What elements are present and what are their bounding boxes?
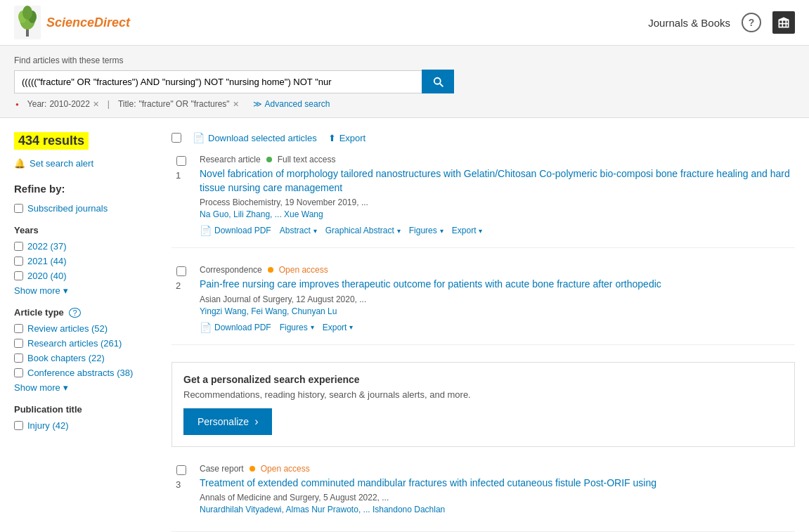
- article-3-checkbox[interactable]: [176, 465, 186, 475]
- article-1-journal: Process Biochemistry, 19 November 2019, …: [200, 197, 795, 207]
- article-2-access-text: Open access: [279, 265, 328, 275]
- article-1-meta: Research article Full text access: [200, 155, 795, 164]
- article-type-show-more-label: Show more: [14, 382, 60, 393]
- article-type-show-more[interactable]: Show more ▾: [14, 382, 155, 393]
- year-2022-item[interactable]: 2022 (37): [14, 241, 155, 252]
- help-icon[interactable]: ?: [742, 13, 761, 32]
- year-2020-label: 2020 (40): [27, 271, 67, 281]
- year-2021-item[interactable]: 2021 (44): [14, 256, 155, 266]
- article-1-abstract-button[interactable]: Abstract ▾: [280, 226, 317, 235]
- select-all-checkbox[interactable]: [171, 133, 181, 143]
- article-2-content: Correspondence Open access Pain-free nur…: [200, 265, 795, 333]
- years-show-more[interactable]: Show more ▾: [14, 285, 155, 296]
- article-2-pdf-button[interactable]: 📄 Download PDF: [200, 322, 271, 333]
- subscribed-journals-check[interactable]: [14, 204, 23, 213]
- personalize-button[interactable]: Personalize ›: [183, 408, 272, 435]
- conference-abstracts-item[interactable]: Conference abstracts (38): [14, 368, 155, 378]
- article-left-2: 2: [171, 265, 191, 333]
- subscribed-journals-checkbox[interactable]: Subscribed journals: [14, 203, 155, 214]
- chevron-down-icon: ▾: [63, 285, 68, 296]
- book-chapters-label: Book chapters (22): [27, 353, 105, 363]
- research-articles-check[interactable]: [14, 339, 23, 348]
- personalize-btn-label: Personalize: [198, 416, 249, 427]
- sidebar: 434 results 🔔 Set search alert Refine by…: [14, 132, 155, 532]
- article-2-figures-label: Figures: [280, 323, 308, 332]
- article-1-content: Research article Full text access Novel …: [200, 155, 795, 236]
- book-chapters-item[interactable]: Book chapters (22): [14, 353, 155, 363]
- conference-abstracts-check[interactable]: [14, 368, 23, 377]
- article-2-export-button[interactable]: Export ▾: [323, 323, 354, 332]
- advanced-search-chevron: ≫: [253, 99, 262, 109]
- article-2-type: Correspondence: [200, 265, 262, 275]
- years-show-more-label: Show more: [14, 285, 60, 296]
- article-3-access-text: Open access: [261, 464, 310, 474]
- pdf-icon: 📄: [193, 132, 205, 143]
- publication-title-section: Publication title Injury (42): [14, 404, 155, 431]
- pdf-icon-1: 📄: [200, 225, 212, 236]
- article-1-type: Research article: [200, 155, 261, 164]
- title-filter-close[interactable]: ✕: [233, 100, 239, 109]
- year-filter-close[interactable]: ✕: [93, 100, 99, 109]
- article-1-actions: 📄 Download PDF Abstract ▾ Graphical Abst…: [200, 225, 795, 236]
- search-icon: [432, 75, 444, 88]
- institution-icon[interactable]: [772, 11, 795, 34]
- logo-container[interactable]: ScienceDirect: [14, 6, 130, 39]
- export-label: Export: [339, 133, 366, 143]
- article-1-pdf-button[interactable]: 📄 Download PDF: [200, 225, 271, 236]
- article-2-number: 2: [176, 280, 187, 291]
- article-3-authors[interactable]: Nurardhilah Vityadewi, Almas Nur Prawoto…: [200, 505, 795, 514]
- book-chapters-check[interactable]: [14, 353, 23, 363]
- research-articles-item[interactable]: Research articles (261): [14, 338, 155, 349]
- article-2-pdf-label: Download PDF: [214, 323, 271, 332]
- article-1-checkbox[interactable]: [176, 156, 186, 166]
- article-left-3: 3: [171, 464, 191, 521]
- article-1-title[interactable]: Novel fabrication of morphology tailored…: [200, 167, 795, 195]
- article-1-graphical-abstract-button[interactable]: Graphical Abstract ▾: [325, 226, 401, 235]
- search-input[interactable]: [14, 70, 422, 93]
- export-button[interactable]: ⬆ Export: [328, 133, 366, 143]
- year-2020-item[interactable]: 2020 (40): [14, 271, 155, 281]
- journals-books-link[interactable]: Journals & Books: [648, 17, 730, 29]
- year-2022-check[interactable]: [14, 242, 23, 251]
- article-1-authors[interactable]: Na Guo, Lili Zhang, ... Xue Wang: [200, 209, 795, 219]
- advanced-search-label: Advanced search: [265, 99, 330, 109]
- export-chevron-icon: ▾: [479, 227, 482, 235]
- article-2-title[interactable]: Pain-free nursing care improves therapeu…: [200, 278, 795, 292]
- article-item: 2 Correspondence Open access Pain-free n…: [171, 265, 795, 345]
- review-articles-check[interactable]: [14, 324, 23, 333]
- article-2-authors[interactable]: Yingzi Wang, Fei Wang, Chunyan Lu: [200, 306, 795, 316]
- article-2-figures-button[interactable]: Figures ▾: [280, 323, 314, 332]
- article-1-export-label: Export: [452, 226, 477, 235]
- advanced-search-link[interactable]: ≫ Advanced search: [253, 99, 330, 109]
- review-articles-item[interactable]: Review articles (52): [14, 323, 155, 334]
- article-2-checkbox[interactable]: [176, 266, 186, 276]
- article-type-help[interactable]: ?: [69, 308, 80, 318]
- graphical-chevron-icon: ▾: [397, 227, 401, 235]
- set-alert-link[interactable]: 🔔 Set search alert: [14, 158, 155, 169]
- title-filter-label: Title:: [118, 99, 136, 109]
- article-3-content: Case report Open access Treatment of ext…: [200, 464, 795, 521]
- article-type-chevron-icon: ▾: [63, 382, 68, 393]
- results-count: 434 results: [14, 132, 89, 150]
- injury-check[interactable]: [14, 421, 23, 430]
- article-2-export-label: Export: [323, 323, 347, 332]
- main-layout: 434 results 🔔 Set search alert Refine by…: [0, 118, 809, 532]
- year-2020-check[interactable]: [14, 271, 23, 280]
- subscribed-journals-section: Subscribed journals: [14, 203, 155, 214]
- article-2-actions: 📄 Download PDF Figures ▾ Export ▾: [200, 322, 795, 333]
- year-2021-check[interactable]: [14, 257, 23, 266]
- download-selected-button[interactable]: 📄 Download selected articles: [193, 132, 317, 143]
- svg-point-5: [22, 6, 32, 20]
- year-filter: Year: 2010-2022 ✕: [27, 99, 99, 109]
- article-1-figures-button[interactable]: Figures ▾: [409, 226, 444, 235]
- article-1-export-button[interactable]: Export ▾: [452, 226, 483, 235]
- year-2021-label: 2021 (44): [27, 256, 67, 266]
- search-button[interactable]: [422, 70, 454, 93]
- article-3-type: Case report: [200, 464, 244, 474]
- title-filter: Title: "fracture" OR "fractures" ✕: [118, 99, 239, 109]
- injury-item[interactable]: Injury (42): [14, 420, 155, 431]
- article-left-1: 1: [171, 155, 191, 236]
- title-filter-value: "fracture" OR "fractures": [139, 99, 230, 109]
- article-3-title[interactable]: Treatment of extended comminuted mandibu…: [200, 476, 795, 491]
- article-3-journal: Annals of Medicine and Surgery, 5 August…: [200, 493, 795, 502]
